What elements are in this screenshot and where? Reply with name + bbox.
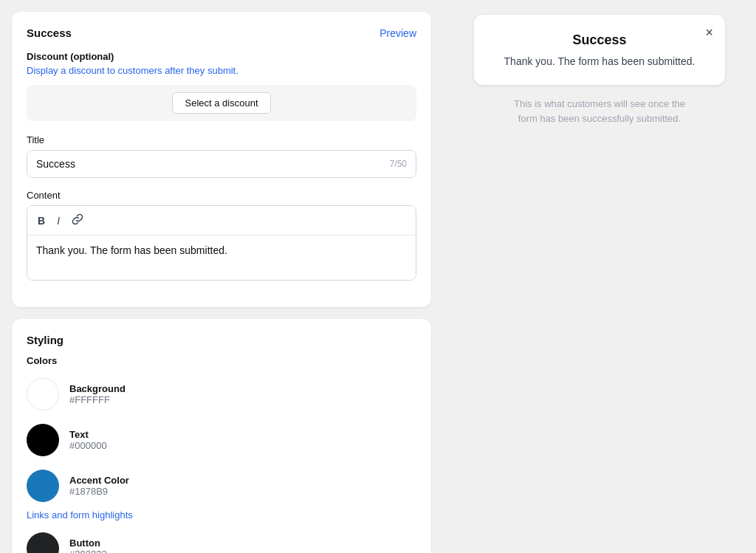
preview-link[interactable]: Preview — [379, 27, 416, 39]
background-hex: #FFFFFF — [69, 394, 126, 405]
color-info-text: Text #000000 — [69, 429, 107, 451]
styling-title: Styling — [27, 334, 416, 346]
color-info-background: Background #FFFFFF — [69, 383, 126, 405]
discount-label: Discount (optional) — [27, 51, 416, 62]
discount-button-wrapper: Select a discount — [27, 85, 416, 121]
button-hex: #202223 — [69, 549, 107, 553]
success-card-title: Success — [27, 27, 72, 39]
success-card: Success Preview Discount (optional) Disp… — [12, 12, 431, 307]
styling-card: Styling Colors Background #FFFFFF Text #… — [12, 319, 431, 553]
color-info-button: Button #202223 — [69, 537, 107, 553]
left-panel: Success Preview Discount (optional) Disp… — [0, 0, 443, 553]
title-field-label: Title — [27, 134, 416, 145]
title-field-section: Title 7/50 — [27, 134, 416, 178]
right-panel: × Success Thank you. The form has been s… — [443, 0, 756, 553]
preview-close-button[interactable]: × — [705, 25, 713, 41]
button-swatch — [27, 532, 59, 553]
preview-card: × Success Thank you. The form has been s… — [474, 15, 725, 85]
content-editor: B I Thank you. The form has been submitt… — [27, 205, 416, 281]
success-card-header: Success Preview — [27, 27, 416, 39]
discount-sublabel: Display a discount to customers after th… — [27, 65, 416, 76]
bold-button[interactable]: B — [35, 213, 48, 228]
preview-card-body: Thank you. The form has been submitted. — [492, 55, 707, 67]
text-name: Text — [69, 429, 107, 440]
colors-label: Colors — [27, 355, 416, 366]
select-discount-button[interactable]: Select a discount — [172, 92, 270, 114]
color-item-button[interactable]: Button #202223 — [27, 532, 416, 553]
links-highlight-label: Links and form highlights — [27, 509, 416, 521]
accent-swatch — [27, 470, 59, 502]
accent-name: Accent Color — [69, 475, 129, 486]
preview-card-title: Success — [492, 32, 707, 48]
char-count: 7/50 — [390, 159, 407, 169]
link-button[interactable] — [69, 212, 86, 229]
text-hex: #000000 — [69, 440, 107, 451]
text-swatch — [27, 424, 59, 456]
title-input-wrapper: 7/50 — [27, 150, 416, 178]
editor-toolbar: B I — [27, 206, 416, 236]
content-field-section: Content B I Thank you. The form has been… — [27, 190, 416, 281]
color-info-accent: Accent Color #1878B9 — [69, 475, 129, 497]
italic-button[interactable]: I — [54, 213, 63, 228]
link-icon — [72, 213, 83, 225]
background-name: Background — [69, 383, 126, 394]
title-input[interactable] — [27, 151, 416, 177]
content-field-label: Content — [27, 190, 416, 201]
accent-hex: #1878B9 — [69, 486, 129, 497]
preview-info-text: This is what customers will see once the… — [504, 97, 695, 126]
button-name: Button — [69, 537, 107, 549]
color-item-accent[interactable]: Accent Color #1878B9 — [27, 470, 416, 502]
editor-content[interactable]: Thank you. The form has been submitted. — [27, 236, 416, 280]
discount-section: Discount (optional) Display a discount t… — [27, 51, 416, 121]
background-swatch — [27, 378, 59, 411]
color-item-text[interactable]: Text #000000 — [27, 424, 416, 456]
color-item-background[interactable]: Background #FFFFFF — [27, 378, 416, 411]
